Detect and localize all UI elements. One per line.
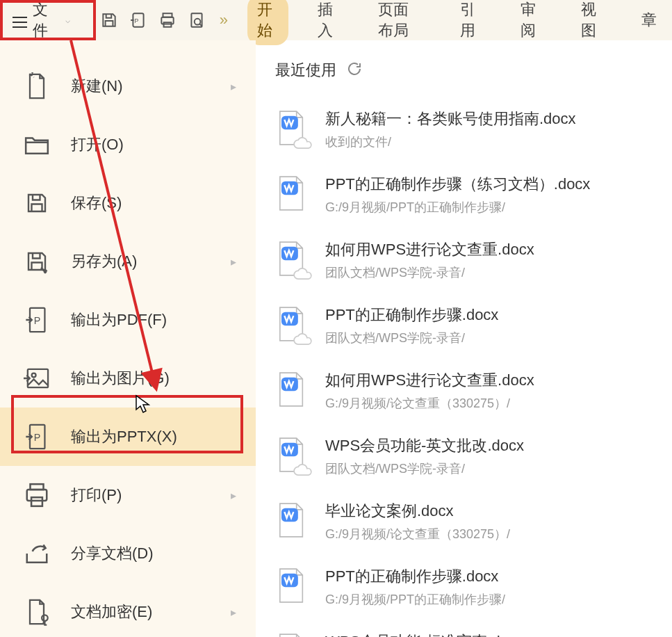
save-as-icon: [22, 247, 51, 276]
menu-label: 保存(S): [71, 193, 256, 213]
save-icon: [22, 188, 51, 218]
menu-print[interactable]: 打印(P) ▸: [0, 466, 256, 524]
ribbon-tabs: 开始 插入 页面布局 引用 审阅 视图 章: [247, 0, 666, 45]
tab-review[interactable]: 审阅: [511, 0, 552, 45]
recent-file-item[interactable]: WPS会员功能-英文批改.docx团队文档/WPS学院-录音/: [275, 423, 672, 488]
menu-share[interactable]: 分享文档(D): [0, 524, 256, 583]
menu-new[interactable]: 新建(N) ▸: [0, 57, 256, 115]
menu-encrypt[interactable]: 文档加密(E) ▸: [0, 583, 256, 637]
encrypt-icon: [22, 597, 51, 627]
export-pdf-icon[interactable]: P: [129, 10, 147, 30]
menu-label: 输出为PPTX(X): [71, 426, 256, 447]
menu-label: 分享文档(D): [71, 543, 256, 564]
file-info: WPS会员功能-标准审查.docx: [325, 630, 672, 637]
docx-file-icon: [275, 110, 306, 146]
recent-file-item[interactable]: WPS会员功能-标准审查.docx: [275, 619, 672, 637]
menu-label: 文档加密(E): [71, 602, 231, 622]
recent-files-panel: 最近使用 新人秘籍一：各类账号使用指南.docx收到的文件/PPT的正确制作步骤…: [256, 40, 672, 637]
svg-point-16: [42, 615, 48, 621]
menu-label: 打印(P): [71, 485, 231, 506]
svg-point-10: [32, 373, 36, 378]
menu-label: 输出为PDF(F): [71, 309, 256, 330]
docx-file-icon: [275, 306, 306, 342]
hamburger-icon: [13, 13, 27, 27]
menu-label: 打开(O): [71, 134, 256, 155]
menu-label: 输出为图片(G): [71, 368, 256, 389]
export-pptx-icon: P: [22, 422, 51, 451]
export-image-icon: [22, 364, 51, 393]
file-path: 收到的文件/: [325, 134, 672, 150]
tab-chapter[interactable]: 章: [632, 6, 666, 35]
file-path: 团队文档/WPS学院-录音/: [325, 330, 672, 346]
tab-view[interactable]: 视图: [571, 0, 612, 45]
submenu-arrow-icon: ▸: [231, 255, 236, 268]
submenu-arrow-icon: ▸: [231, 606, 236, 619]
chevron-down-icon: ⌵: [65, 15, 70, 25]
file-path: G:/9月视频/PPT的正确制作步骤/: [325, 199, 672, 216]
docx-file-icon: [275, 175, 306, 211]
file-info: PPT的正确制作步骤.docxG:/9月视频/PPT的正确制作步骤/: [325, 565, 672, 608]
save-icon[interactable]: [100, 10, 118, 30]
print-preview-icon[interactable]: [188, 10, 206, 30]
file-name: PPT的正确制作步骤（练习文档）.docx: [325, 174, 672, 195]
menu-export-pdf[interactable]: P 输出为PDF(F): [0, 291, 256, 349]
file-label: 文件: [33, 0, 58, 41]
file-name: 新人秘籍一：各类账号使用指南.docx: [325, 108, 672, 129]
docx-file-icon: [275, 437, 306, 473]
menu-label: 另存为(A): [71, 251, 231, 272]
file-name: PPT的正确制作步骤.docx: [325, 305, 672, 325]
svg-point-6: [194, 19, 200, 25]
file-info: PPT的正确制作步骤.docx团队文档/WPS学院-录音/: [325, 303, 672, 346]
tab-start[interactable]: 开始: [247, 0, 288, 45]
file-path: 团队文档/WPS学院-录音/: [325, 460, 672, 477]
file-list: 新人秘籍一：各类账号使用指南.docx收到的文件/PPT的正确制作步骤（练习文档…: [275, 96, 672, 637]
tab-reference[interactable]: 引用: [450, 0, 491, 45]
toolbar-more-button[interactable]: »: [220, 11, 228, 29]
file-name: 如何用WPS进行论文查重.docx: [325, 370, 672, 391]
file-path: G:/9月视频/PPT的正确制作步骤/: [325, 591, 672, 608]
menu-save[interactable]: 保存(S): [0, 174, 256, 232]
tab-insert[interactable]: 插入: [308, 0, 349, 45]
refresh-icon[interactable]: [346, 61, 363, 80]
svg-text:P: P: [34, 315, 41, 326]
menu-export-pptx[interactable]: P 输出为PPTX(X): [0, 408, 256, 466]
svg-text:P: P: [134, 17, 138, 24]
docx-file-icon: [275, 241, 306, 277]
docx-file-icon: [275, 502, 306, 538]
file-name: 毕业论文案例.docx: [325, 501, 672, 522]
export-pdf-icon: P: [22, 305, 51, 334]
menu-export-image[interactable]: 输出为图片(G): [0, 349, 256, 408]
print-icon: [22, 481, 51, 510]
file-path: 团队文档/WPS学院-录音/: [325, 264, 672, 281]
recent-file-item[interactable]: 新人秘籍一：各类账号使用指南.docx收到的文件/: [275, 96, 672, 161]
file-name: 如何用WPS进行论文查重.docx: [325, 239, 672, 260]
svg-rect-14: [27, 490, 47, 501]
menu-label: 新建(N): [71, 76, 231, 97]
file-menu-button[interactable]: 文件 ⌵: [6, 0, 77, 45]
file-path: G:/9月视频/论文查重（330275）/: [325, 395, 672, 412]
menu-open[interactable]: 打开(O): [0, 115, 256, 174]
recent-file-item[interactable]: PPT的正确制作步骤.docxG:/9月视频/PPT的正确制作步骤/: [275, 554, 672, 619]
tab-page-layout[interactable]: 页面布局: [368, 0, 431, 45]
recent-header: 最近使用: [275, 60, 672, 81]
main-area: 新建(N) ▸ 打开(O) 保存(S) 另存为(A) ▸ P: [0, 40, 672, 637]
docx-file-icon: [275, 567, 306, 604]
file-path: G:/9月视频/论文查重（330275）/: [325, 526, 672, 542]
print-icon[interactable]: [158, 10, 177, 30]
recent-file-item[interactable]: 如何用WPS进行论文查重.docxG:/9月视频/论文查重（330275）/: [275, 357, 672, 423]
new-file-icon: [22, 72, 51, 101]
file-info: 如何用WPS进行论文查重.docx团队文档/WPS学院-录音/: [325, 238, 672, 281]
recent-file-item[interactable]: PPT的正确制作步骤.docx团队文档/WPS学院-录音/: [275, 292, 672, 357]
svg-rect-4: [163, 22, 171, 27]
recent-file-item[interactable]: 如何用WPS进行论文查重.docx团队文档/WPS学院-录音/: [275, 227, 672, 292]
submenu-arrow-icon: ▸: [231, 80, 236, 93]
file-name: WPS会员功能-标准审查.docx: [325, 631, 672, 637]
recent-file-item[interactable]: 毕业论文案例.docxG:/9月视频/论文查重（330275）/: [275, 488, 672, 554]
docx-file-icon: [275, 371, 306, 408]
recent-file-item[interactable]: PPT的正确制作步骤（练习文档）.docxG:/9月视频/PPT的正确制作步骤/: [275, 161, 672, 227]
file-name: PPT的正确制作步骤.docx: [325, 566, 672, 587]
menu-save-as[interactable]: 另存为(A) ▸: [0, 232, 256, 291]
docx-file-icon: [275, 633, 306, 637]
open-folder-icon: [22, 130, 51, 159]
file-info: 如何用WPS进行论文查重.docxG:/9月视频/论文查重（330275）/: [325, 369, 672, 412]
